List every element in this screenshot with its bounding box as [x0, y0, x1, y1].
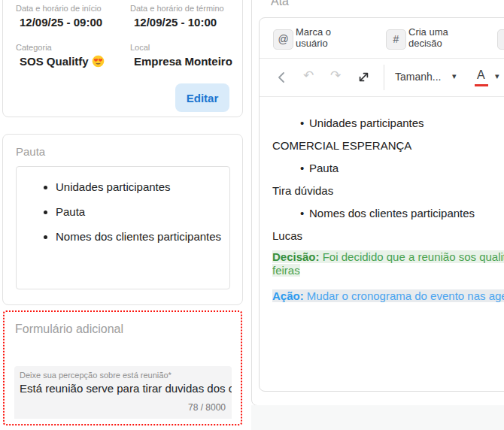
location-label: Local: [130, 43, 232, 52]
at-icon: @: [278, 33, 288, 45]
end-datetime-value: 12/09/25 - 10:00: [134, 16, 224, 29]
start-datetime-value: 12/09/25 - 09:00: [20, 16, 102, 29]
decision-line-1: Decisão: Foi decidido que a reunião sos …: [272, 250, 504, 264]
char-counter: 78 / 8000: [188, 402, 226, 413]
action-prefix: Ação:: [272, 289, 304, 302]
mention-user-label: Marca o usuário: [296, 26, 351, 49]
chevron-left-icon[interactable]: [278, 71, 285, 86]
pauta-list: Unidades participantes Pauta Nomes dos c…: [17, 177, 223, 247]
decision-text-wrap: feiras: [272, 264, 300, 277]
font-color-icon[interactable]: A: [477, 68, 485, 82]
editor-quick-actions-row: @ Marca o usuário # Cria uma decisão: [260, 18, 504, 59]
additional-form-title: Formulário adicional: [15, 322, 123, 336]
undo-icon[interactable]: ↶: [303, 69, 314, 82]
pauta-card: Pauta Unidades participantes Pauta Nomes…: [2, 134, 243, 305]
font-size-dropdown[interactable]: Tamanh...: [395, 71, 441, 83]
category-field: Categoria SOS Qualitfy: [16, 43, 105, 68]
caret-down-icon[interactable]: ▾: [452, 71, 457, 81]
hash-icon: #: [393, 33, 399, 45]
pauta-list-box: Unidades participantes Pauta Nomes dos c…: [16, 166, 230, 289]
meeting-details-card: Data e horário de início 12/09/25 - 09:0…: [2, 0, 243, 117]
create-decision-button[interactable]: #: [386, 29, 406, 50]
decision-highlight: Decisão: Foi decidido que a reunião sos …: [272, 250, 504, 277]
font-color-swatch: [475, 84, 488, 86]
start-datetime-label: Data e horário de início: [16, 4, 102, 13]
pauta-list-item: Nomes dos clientes participantes: [56, 227, 223, 247]
edit-button[interactable]: Editar: [175, 83, 229, 112]
editor-toolbar: ↶ ↷ Tamanh... ▾ A ▾: [260, 59, 504, 97]
editor-paragraph: Tira dúvidas: [272, 180, 504, 202]
perception-textarea[interactable]: Deixe sua percepção sobre está reunião* …: [14, 366, 232, 419]
decision-text: Foi decidido que a reunião sos qualitf: [320, 250, 504, 263]
editor-content-area[interactable]: Unidades participantes COMERCIAL ESPERAN…: [260, 97, 504, 303]
editor-paragraph: Lucas: [272, 225, 504, 247]
action-text: Mudar o cronograma do evento nas agen: [304, 289, 504, 302]
redo-icon[interactable]: ↷: [330, 69, 341, 82]
category-label: Categoria: [16, 43, 105, 52]
pauta-card-title: Pauta: [16, 145, 45, 158]
action-highlight: Ação: Mudar o cronograma do evento nas a…: [272, 289, 504, 303]
decision-prefix: Decisão:: [272, 250, 320, 263]
category-value: SOS Qualitfy: [20, 55, 105, 68]
category-text: SOS Qualitfy: [20, 55, 89, 68]
editor-bullet-item: Unidades participantes: [272, 112, 504, 135]
additional-form-card-highlighted: Formulário adicional Deixe sua percepção…: [3, 310, 242, 425]
ata-editor: @ Marca o usuário # Cria uma decisão ↶ ↷…: [259, 17, 504, 392]
page-background: [251, 405, 504, 430]
editor-bullet-item: Pauta: [272, 157, 504, 180]
location-field: Local Empresa Monteiro: [130, 43, 232, 68]
perception-field-label: Deixe sua percepção sobre está reunião*: [20, 371, 232, 380]
action-line: Ação: Mudar o cronograma do evento nas a…: [272, 289, 504, 303]
expand-icon[interactable]: [357, 70, 371, 86]
pauta-list-item: Unidades participantes: [56, 177, 223, 197]
perception-field-value: Está reunião serve para tirar duvidas do…: [20, 382, 232, 395]
mention-user-button[interactable]: @: [273, 29, 293, 50]
heart-eyes-emoji-icon: [92, 55, 105, 68]
create-decision-label: Cria uma decisão: [408, 26, 464, 49]
editor-paragraph: COMERCIAL ESPERANÇA: [272, 135, 504, 157]
end-datetime-label: Data e horário de término: [130, 4, 224, 13]
start-datetime-field: Data e horário de início 12/09/25 - 09:0…: [16, 4, 102, 29]
toolbar-divider: [384, 65, 384, 90]
quick-action-chip-clipped[interactable]: [497, 29, 504, 50]
pauta-list-item: Pauta: [56, 202, 223, 222]
end-datetime-field: Data e horário de término 12/09/25 - 10:…: [130, 4, 224, 29]
ata-panel-title: Ata: [271, 0, 289, 8]
location-value: Empresa Monteiro: [134, 55, 232, 68]
editor-bullet-item: Nomes dos clientes participantes: [272, 202, 504, 225]
decision-line-2: feiras: [272, 264, 504, 277]
caret-down-icon[interactable]: ▾: [495, 71, 499, 81]
